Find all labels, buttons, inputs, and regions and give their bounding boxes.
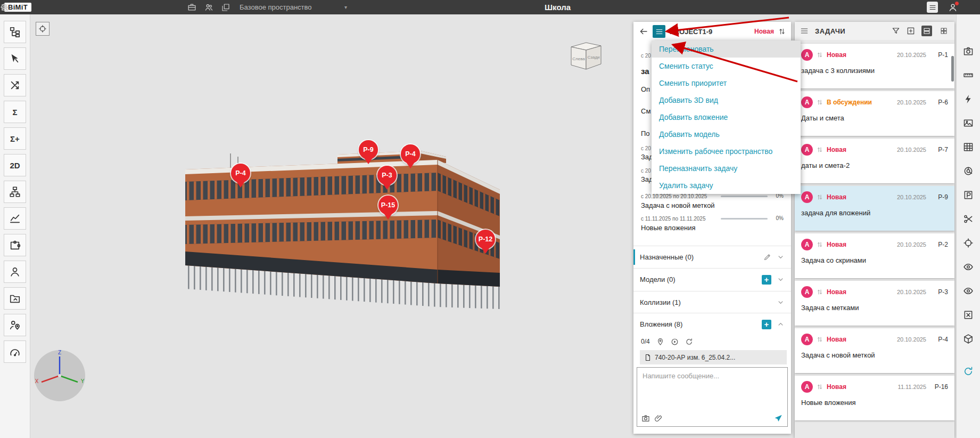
task-card-Р-9[interactable]: AНовая20.10.2025Р-9задача для вложений: [795, 186, 954, 231]
play-icon[interactable]: [671, 338, 679, 346]
task-id: Р-16: [933, 383, 948, 391]
dashboard-gauge-icon[interactable]: [4, 340, 26, 363]
sum-plus-icon[interactable]: Σ+: [4, 127, 26, 150]
user-avatar[interactable]: [946, 1, 959, 13]
add-button[interactable]: +: [762, 275, 771, 285]
map-pin-Р-3[interactable]: Р-3: [377, 166, 397, 185]
eye-icon[interactable]: [962, 261, 974, 273]
attachment-file[interactable]: 740-20-АР изм. 6_25.04.2...: [640, 350, 787, 364]
filter-icon[interactable]: [892, 27, 900, 35]
attach-photo-icon[interactable]: [641, 414, 650, 423]
navigation-cube[interactable]: Слева Сзади: [566, 38, 605, 71]
map-pin-Р-12[interactable]: Р-12: [476, 230, 495, 249]
section-row[interactable]: Назначенные (0): [633, 246, 791, 268]
priority-icon[interactable]: [778, 28, 786, 35]
subtask-row[interactable]: с 11.11.2025 по 11.11.20250%Новые вложен…: [641, 216, 786, 234]
section-row[interactable]: Модели (0)+: [633, 268, 791, 290]
toolbox-icon[interactable]: [187, 3, 196, 12]
menu-item[interactable]: Добавить модель: [652, 126, 801, 143]
view-2d-icon[interactable]: 2D: [4, 154, 26, 176]
chevron-down-icon[interactable]: [777, 253, 785, 261]
table-icon[interactable]: [962, 141, 974, 153]
menu-item[interactable]: Сменить приоритет: [652, 75, 801, 92]
chevron-down-icon[interactable]: [777, 298, 785, 306]
chevron-down-icon[interactable]: [777, 275, 785, 283]
back-icon[interactable]: [639, 27, 648, 36]
progress-bar: [721, 196, 768, 197]
target-icon[interactable]: [962, 237, 974, 249]
cube-icon[interactable]: [962, 333, 974, 345]
attach-file-icon[interactable]: [654, 414, 663, 423]
users-icon[interactable]: [4, 261, 26, 283]
workspace-dropdown[interactable]: Базовое пространство ▾: [240, 0, 347, 14]
point-select-icon[interactable]: [4, 47, 26, 70]
workspace-copy-icon[interactable]: [221, 3, 230, 12]
screenshot-icon[interactable]: [962, 45, 974, 57]
add-button[interactable]: +: [762, 320, 771, 329]
clash-paths-icon[interactable]: [4, 74, 26, 96]
shared-folder-icon[interactable]: [4, 287, 26, 310]
donut-chart-icon[interactable]: [962, 165, 974, 177]
cube-face-right[interactable]: Сзади: [587, 55, 599, 60]
menu-item[interactable]: Добавить вложение: [652, 109, 801, 126]
section-cut-icon[interactable]: [962, 213, 974, 225]
apps-list-button[interactable]: [927, 2, 938, 13]
covered-text-fragment: По: [641, 129, 650, 137]
view-rows-button[interactable]: [921, 26, 932, 36]
image-icon[interactable]: [962, 117, 974, 129]
plugins-icon[interactable]: [4, 234, 26, 256]
workspace-dropdown-label: Базовое пространство: [240, 3, 312, 11]
pin-label: Р-4: [405, 150, 415, 158]
menu-item[interactable]: Изменить рабочее пространство: [652, 143, 801, 160]
task-card-Р-4[interactable]: AНовая20.10.2025Р-4Задача с новой меткой: [795, 328, 954, 373]
task-card-Р-2[interactable]: AНовая20.10.2025Р-2Задача со скринами: [795, 233, 954, 278]
task-card-Р-6[interactable]: AВ обсуждении20.10.2025Р-6Даты и смета: [795, 91, 954, 136]
lightning-icon[interactable]: [962, 93, 974, 105]
visibility-icon[interactable]: [962, 285, 974, 297]
team-icon[interactable]: [204, 3, 213, 12]
send-icon[interactable]: [773, 413, 783, 423]
edit-pencil-icon[interactable]: [763, 253, 771, 261]
ruler-icon[interactable]: [962, 69, 974, 81]
section-row[interactable]: Вложения (8)+: [633, 313, 791, 335]
box-close-icon[interactable]: [962, 309, 974, 321]
pin-label: Р-9: [363, 146, 373, 153]
building-3d-model[interactable]: [180, 131, 505, 318]
chevron-up-icon[interactable]: [777, 320, 785, 328]
map-pin-Р-4[interactable]: Р-4: [401, 144, 420, 164]
sync-icon[interactable]: [962, 366, 974, 377]
tasks-menu-icon[interactable]: [800, 27, 809, 35]
refresh-icon[interactable]: [685, 338, 693, 346]
section-row[interactable]: Коллизии (1): [633, 291, 791, 313]
view-grid-button[interactable]: [938, 26, 949, 36]
structure-tree-icon[interactable]: [4, 21, 26, 43]
menu-item[interactable]: Удалить задачу: [652, 177, 801, 194]
task-date: 11.11.2025: [898, 384, 926, 390]
plan-icon[interactable]: [962, 189, 974, 201]
axis-gizmo[interactable]: Z X Y: [32, 348, 87, 403]
marker-icon[interactable]: [656, 338, 664, 346]
focus-selection-button[interactable]: [36, 22, 50, 36]
scheme-icon[interactable]: [4, 181, 26, 203]
cube-face-left[interactable]: Слева: [572, 56, 585, 61]
add-task-icon[interactable]: [907, 27, 915, 35]
task-menu-button[interactable]: [653, 25, 665, 38]
scrollbar-thumb[interactable]: [951, 56, 954, 82]
search-icon[interactable]: [0, 0, 9, 14]
task-card-Р-1[interactable]: AНовая20.10.2025Р-1задача с 3 коллизиями: [795, 44, 954, 88]
map-pin-Р-15[interactable]: Р-15: [378, 196, 398, 215]
sum-icon[interactable]: Σ: [4, 101, 26, 123]
map-pin-Р-9[interactable]: Р-9: [359, 140, 378, 159]
menu-item[interactable]: Добавить 3D вид: [652, 92, 801, 109]
task-card-Р-7[interactable]: AНовая20.10.2025Р-7даты и смета-2: [795, 139, 954, 183]
task-card-Р-3[interactable]: AНовая20.10.2025Р-3Задача с метками: [795, 281, 954, 326]
graph-icon[interactable]: [4, 207, 26, 230]
map-pin-Р-4[interactable]: Р-4: [231, 164, 250, 183]
menu-item[interactable]: Сменить статус: [652, 58, 801, 75]
user-location-icon[interactable]: [4, 314, 26, 336]
task-card-Р-16[interactable]: AНовая11.11.2025Р-16Новые вложения: [795, 376, 954, 420]
menu-item[interactable]: Переименовать: [652, 40, 801, 58]
message-composer[interactable]: Напишите сообщение...: [637, 367, 788, 427]
subtask-row[interactable]: с 20.10.2025 по 20.10.20250%Задача с нов…: [641, 193, 786, 212]
menu-item[interactable]: Переназначить задачу: [652, 160, 801, 177]
